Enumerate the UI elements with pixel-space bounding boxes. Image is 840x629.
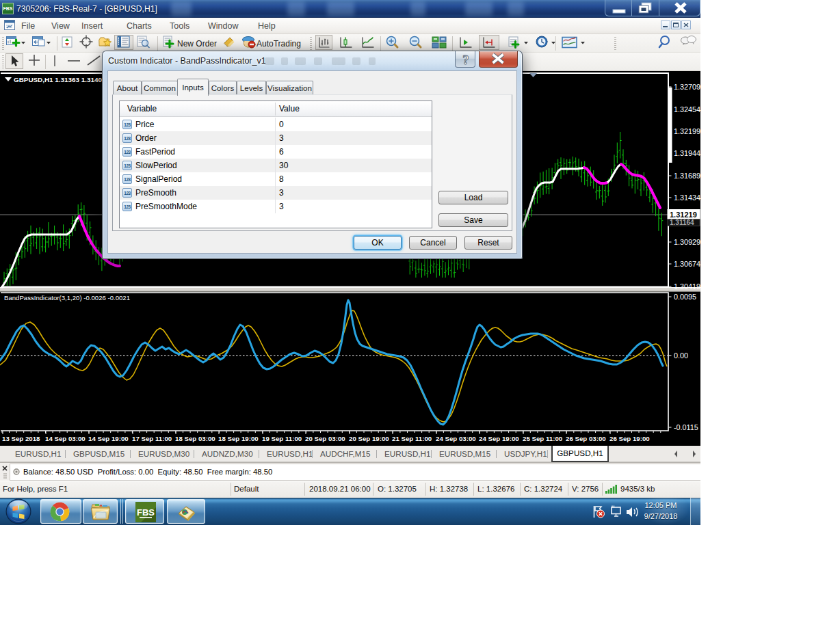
svg-text:14 Sep 03:00: 14 Sep 03:00 xyxy=(45,435,86,442)
svg-text:1.30419: 1.30419 xyxy=(674,282,700,291)
svg-text:13 Sep 2018: 13 Sep 2018 xyxy=(2,435,40,442)
svg-text:1.30929: 1.30929 xyxy=(674,238,700,246)
svg-text:1.32199: 1.32199 xyxy=(674,127,700,135)
svg-text:0.0095: 0.0095 xyxy=(674,293,696,301)
svg-text:14 Sep 19:00: 14 Sep 19:00 xyxy=(88,435,129,442)
svg-text:21 Sep 11:00: 21 Sep 11:00 xyxy=(392,435,432,442)
svg-text:1.32454: 1.32454 xyxy=(674,105,700,113)
svg-text:1.31944: 1.31944 xyxy=(674,149,700,157)
svg-text:GBPUSD,H1 1.31363 1.31408: GBPUSD,H1 1.31363 1.31408 xyxy=(14,76,106,83)
svg-text:20 Sep 19:00: 20 Sep 19:00 xyxy=(349,435,389,442)
svg-text:FBS: FBS xyxy=(137,507,155,518)
svg-text:26 Sep 19:00: 26 Sep 19:00 xyxy=(609,435,650,442)
svg-text:1.31689: 1.31689 xyxy=(674,172,700,180)
svg-text:20 Sep 03:00: 20 Sep 03:00 xyxy=(305,435,345,442)
svg-text:1.32709: 1.32709 xyxy=(674,83,700,91)
svg-text:24 Sep 19:00: 24 Sep 19:00 xyxy=(479,435,519,442)
svg-text:24 Sep 03:00: 24 Sep 03:00 xyxy=(436,435,476,442)
svg-text:1.31219: 1.31219 xyxy=(670,211,697,219)
svg-text:0.00: 0.00 xyxy=(674,351,688,360)
svg-text:1.31434: 1.31434 xyxy=(674,193,700,202)
svg-text:25 Sep 11:00: 25 Sep 11:00 xyxy=(523,435,562,442)
svg-text:1.30674: 1.30674 xyxy=(674,260,700,268)
svg-text:19 Sep 11:00: 19 Sep 11:00 xyxy=(262,435,302,442)
svg-text:1.31164: 1.31164 xyxy=(670,219,694,226)
svg-text:-0.0115: -0.0115 xyxy=(674,423,698,431)
svg-text:26 Sep 03:00: 26 Sep 03:00 xyxy=(566,435,606,442)
svg-text:?: ? xyxy=(462,53,469,67)
svg-text:18 Sep 03:00: 18 Sep 03:00 xyxy=(175,435,215,442)
svg-text:18 Sep 19:00: 18 Sep 19:00 xyxy=(218,435,259,442)
svg-text:17 Sep 11:00: 17 Sep 11:00 xyxy=(132,435,172,442)
svg-text:BandPassIndicator(3,1,20) -0.0: BandPassIndicator(3,1,20) -0.0026 -0.002… xyxy=(4,294,130,302)
